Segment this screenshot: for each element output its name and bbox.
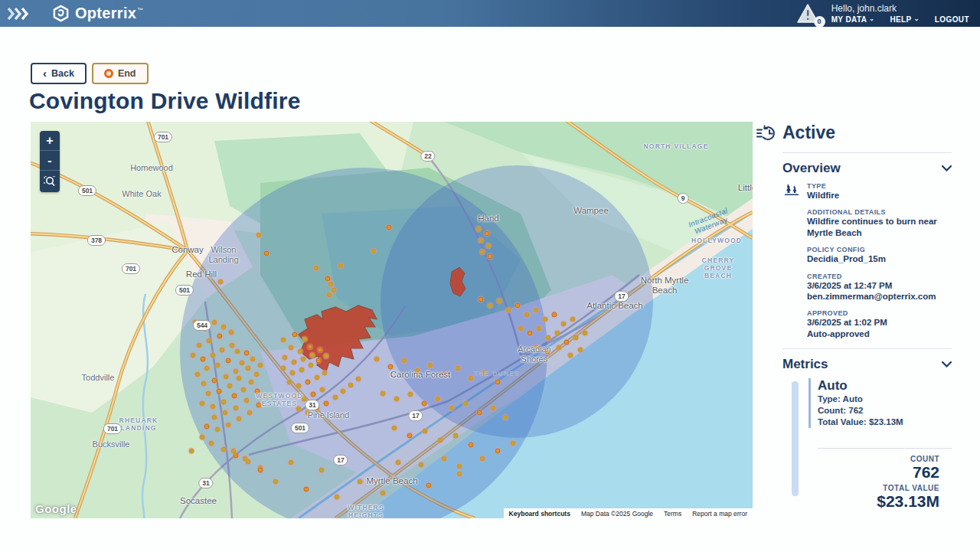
- policy-dot[interactable]: [426, 483, 432, 488]
- policy-dot[interactable]: [524, 312, 530, 318]
- menu-item-help[interactable]: HELP⌄: [890, 15, 919, 24]
- policy-dot[interactable]: [189, 449, 194, 454]
- policy-dot[interactable]: [298, 349, 303, 354]
- policy-dot[interactable]: [324, 354, 329, 359]
- policy-dot[interactable]: [479, 297, 484, 302]
- policy-dot[interactable]: [315, 375, 320, 381]
- policy-dot[interactable]: [564, 340, 570, 345]
- policy-dot[interactable]: [356, 377, 361, 382]
- policy-dot[interactable]: [292, 332, 298, 338]
- policy-dot[interactable]: [408, 392, 413, 397]
- policy-dot[interactable]: [256, 403, 262, 408]
- policy-dot[interactable]: [456, 366, 461, 371]
- policy-dot[interactable]: [237, 376, 242, 381]
- policy-dot[interactable]: [304, 487, 309, 492]
- policy-dot[interactable]: [442, 372, 447, 377]
- policy-dot[interactable]: [511, 441, 516, 446]
- policy-dot[interactable]: [292, 360, 297, 365]
- policy-dot[interactable]: [396, 460, 401, 465]
- policy-dot[interactable]: [209, 441, 214, 446]
- policy-dot[interactable]: [341, 389, 346, 394]
- policy-dot[interactable]: [247, 410, 253, 416]
- policy-dot[interactable]: [506, 308, 511, 313]
- policy-dot[interactable]: [281, 366, 286, 371]
- policy-dot[interactable]: [235, 349, 240, 354]
- overview-section-toggle[interactable]: Overview: [782, 161, 952, 176]
- policy-dot[interactable]: [552, 312, 557, 318]
- policy-dot[interactable]: [328, 282, 334, 287]
- policy-dot[interactable]: [348, 383, 354, 388]
- policy-dot[interactable]: [555, 331, 560, 336]
- policy-dot[interactable]: [422, 401, 427, 407]
- policy-dot[interactable]: [191, 353, 196, 358]
- policy-dot[interactable]: [482, 371, 487, 376]
- policy-dot[interactable]: [573, 335, 579, 341]
- policy-dot[interactable]: [438, 438, 443, 443]
- policy-dot[interactable]: [457, 472, 462, 477]
- policy-dot[interactable]: [283, 355, 288, 361]
- policy-dot[interactable]: [281, 338, 286, 343]
- policy-dot[interactable]: [449, 406, 455, 411]
- policy-dot[interactable]: [237, 416, 242, 422]
- policy-dot[interactable]: [486, 243, 492, 249]
- policy-dot[interactable]: [305, 380, 311, 385]
- policy-dot[interactable]: [223, 410, 228, 416]
- sidebar-expand-icon[interactable]: [8, 8, 31, 20]
- policy-dot[interactable]: [557, 345, 562, 351]
- metrics-scrollbar[interactable]: [792, 381, 799, 496]
- policy-dot[interactable]: [546, 335, 551, 341]
- policy-dot[interactable]: [335, 495, 340, 500]
- policy-dot[interactable]: [319, 468, 325, 473]
- policy-dot[interactable]: [290, 371, 296, 376]
- policy-dot[interactable]: [241, 387, 247, 393]
- policy-dot[interactable]: [211, 353, 216, 358]
- policy-dot[interactable]: [419, 462, 424, 468]
- menu-item-my-data[interactable]: MY DATA⌄: [831, 15, 875, 24]
- policy-dot[interactable]: [488, 254, 493, 260]
- policy-dot[interactable]: [301, 357, 306, 362]
- policy-dot[interactable]: [528, 331, 533, 336]
- end-event-button[interactable]: End: [92, 63, 149, 84]
- policy-dot[interactable]: [226, 423, 231, 428]
- policy-dot[interactable]: [296, 407, 302, 412]
- policy-dot[interactable]: [311, 392, 316, 397]
- policy-dot[interactable]: [254, 372, 260, 377]
- policy-dot[interactable]: [358, 479, 363, 485]
- policy-dot[interactable]: [310, 353, 315, 358]
- policy-dot[interactable]: [258, 468, 263, 473]
- zoom-area-button[interactable]: [40, 171, 60, 192]
- policy-dot[interactable]: [234, 369, 239, 374]
- policy-dot[interactable]: [287, 380, 292, 385]
- policy-dot[interactable]: [428, 363, 433, 368]
- policy-dot[interactable]: [246, 366, 251, 371]
- metrics-section-toggle[interactable]: Metrics: [782, 357, 952, 372]
- policy-dot[interactable]: [402, 358, 407, 364]
- policy-dot[interactable]: [255, 389, 260, 394]
- policy-dot[interactable]: [485, 231, 490, 237]
- alerts-indicator[interactable]: 0: [796, 3, 821, 24]
- policy-dot[interactable]: [333, 395, 338, 400]
- policy-dot[interactable]: [292, 394, 298, 399]
- policy-dot[interactable]: [314, 266, 319, 271]
- policy-dot[interactable]: [217, 389, 222, 394]
- policy-dot[interactable]: [338, 263, 344, 269]
- policy-dot[interactable]: [469, 376, 474, 381]
- zoom-in-button[interactable]: +: [40, 131, 60, 151]
- policy-dot[interactable]: [469, 443, 474, 448]
- policy-dot[interactable]: [299, 367, 305, 373]
- policy-dot[interactable]: [230, 343, 235, 348]
- policy-dot[interactable]: [374, 357, 380, 362]
- policy-dot[interactable]: [200, 435, 205, 440]
- terms-link[interactable]: Terms: [658, 510, 687, 518]
- policy-dot[interactable]: [561, 322, 567, 327]
- policy-dot[interactable]: [231, 449, 237, 454]
- brand-logo[interactable]: Opterrix™: [52, 5, 144, 22]
- policy-dot[interactable]: [497, 299, 502, 304]
- policy-dot[interactable]: [289, 345, 294, 351]
- policy-dot[interactable]: [381, 391, 386, 397]
- policy-dot[interactable]: [545, 349, 550, 354]
- policy-dot[interactable]: [453, 433, 459, 439]
- policy-dot[interactable]: [332, 288, 337, 293]
- policy-dot[interactable]: [476, 227, 482, 232]
- policy-dot[interactable]: [415, 368, 420, 374]
